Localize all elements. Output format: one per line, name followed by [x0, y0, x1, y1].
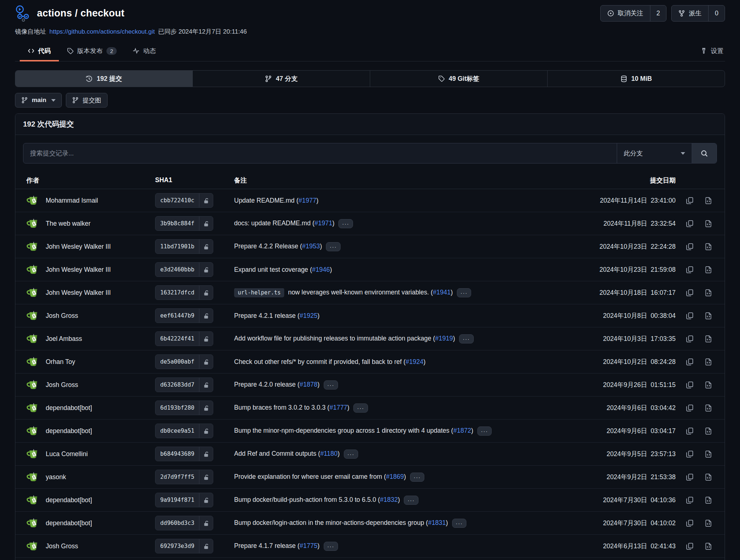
tab-code[interactable]: 代码	[20, 41, 59, 61]
stat-branches[interactable]: 47 分支	[192, 71, 370, 87]
pr-link[interactable]: #1925	[300, 312, 318, 319]
browse-source-icon[interactable]	[705, 197, 712, 204]
browse-source-icon[interactable]	[705, 427, 712, 435]
expand-commit-message-button[interactable]: ···	[452, 519, 467, 528]
branch-selector[interactable]: main	[15, 93, 62, 108]
commit-author-name[interactable]: Josh Gross	[46, 312, 78, 320]
browse-source-icon[interactable]	[705, 358, 712, 366]
copy-sha-icon[interactable]	[686, 427, 694, 435]
expand-commit-message-button[interactable]: ···	[404, 496, 418, 505]
commit-sha-badge[interactable]: e3d2460bbb	[155, 262, 213, 277]
browse-source-icon[interactable]	[705, 335, 712, 343]
commit-author-name[interactable]: Luca Comellini	[46, 450, 88, 458]
commit-sha-badge[interactable]: eef61447b9	[155, 308, 213, 323]
commit-author-name[interactable]: The web walker	[46, 220, 91, 228]
copy-sha-icon[interactable]	[686, 496, 694, 504]
pr-link[interactable]: #1869	[386, 473, 404, 480]
commit-sha-badge[interactable]: db0cee9a51	[155, 424, 213, 438]
repo-avatar-actions-logo-icon[interactable]	[15, 5, 32, 22]
copy-sha-icon[interactable]	[686, 542, 694, 550]
browse-source-icon[interactable]	[705, 289, 712, 297]
pr-link[interactable]: #1775	[300, 542, 318, 549]
branch-filter-select[interactable]: 此分支	[617, 143, 692, 163]
tab-activity[interactable]: 动态	[125, 41, 164, 61]
commit-author-name[interactable]: dependabot[bot]	[46, 427, 92, 435]
commit-sha-badge[interactable]: 692973e3d9	[155, 539, 213, 553]
browse-source-icon[interactable]	[705, 312, 712, 320]
expand-commit-message-button[interactable]: ···	[344, 450, 358, 459]
expand-commit-message-button[interactable]: ···	[324, 380, 338, 390]
copy-sha-icon[interactable]	[686, 197, 694, 204]
browse-source-icon[interactable]	[705, 243, 712, 251]
commit-author-name[interactable]: Josh Gross	[46, 542, 78, 550]
copy-sha-icon[interactable]	[686, 243, 694, 251]
commit-sha-badge[interactable]: dd960bd3c3	[155, 516, 213, 530]
copy-sha-icon[interactable]	[686, 381, 694, 389]
commit-author-name[interactable]: Orhan Toy	[46, 358, 75, 366]
copy-sha-icon[interactable]	[686, 519, 694, 527]
copy-sha-icon[interactable]	[686, 404, 694, 412]
pr-link[interactable]: #1941	[433, 289, 451, 296]
tab-settings[interactable]: 设置	[692, 41, 725, 61]
copy-sha-icon[interactable]	[686, 312, 694, 320]
commit-author-name[interactable]: dependabot[bot]	[46, 496, 92, 504]
fork-button[interactable]: 派生	[672, 5, 708, 21]
expand-commit-message-button[interactable]: ···	[477, 426, 492, 436]
commit-sha-badge[interactable]: 163217dfcd	[155, 285, 213, 300]
expand-commit-message-button[interactable]: ···	[410, 473, 425, 482]
copy-sha-icon[interactable]	[686, 358, 694, 366]
commit-author-name[interactable]: Joel Ambass	[46, 335, 82, 343]
copy-sha-icon[interactable]	[686, 266, 694, 274]
unwatch-button[interactable]: 取消关注	[601, 5, 650, 21]
pr-link[interactable]: #1919	[435, 335, 453, 342]
browse-source-icon[interactable]	[705, 381, 712, 389]
watchers-count[interactable]: 2	[650, 5, 666, 21]
commit-graph-button[interactable]: 提交图	[66, 93, 108, 108]
pr-link[interactable]: #1832	[380, 496, 398, 503]
pr-link[interactable]: #1878	[300, 381, 318, 388]
commit-sha-badge[interactable]: b684943689	[155, 447, 213, 461]
browse-source-icon[interactable]	[705, 496, 712, 504]
pr-link[interactable]: #1777	[330, 404, 348, 411]
commit-author-name[interactable]: Mohammad Ismail	[46, 197, 98, 204]
expand-commit-message-button[interactable]: ···	[457, 288, 472, 297]
commit-sha-badge[interactable]: de5a000abf	[155, 354, 213, 369]
stat-tags[interactable]: 49 Git标签	[370, 71, 547, 87]
copy-sha-icon[interactable]	[686, 473, 694, 481]
page-title[interactable]: actions / checkout	[37, 8, 124, 19]
commit-author-name[interactable]: dependabot[bot]	[46, 404, 92, 412]
pr-link[interactable]: #1953	[302, 243, 320, 250]
commit-author-name[interactable]: John Wesley Walker III	[46, 266, 111, 274]
pr-link[interactable]: #1872	[453, 427, 471, 434]
copy-sha-icon[interactable]	[686, 220, 694, 228]
expand-commit-message-button[interactable]: ···	[353, 403, 368, 413]
pr-link[interactable]: #1971	[315, 219, 333, 227]
browse-source-icon[interactable]	[705, 542, 712, 550]
commit-author-name[interactable]: dependabot[bot]	[46, 519, 92, 527]
commit-sha-badge[interactable]: cbb722410c	[155, 193, 213, 208]
browse-source-icon[interactable]	[705, 266, 712, 274]
commit-sha-badge[interactable]: 3b9b8c884f	[155, 216, 213, 231]
search-input[interactable]	[23, 143, 617, 163]
stat-size[interactable]: 10 MiB	[547, 71, 725, 87]
commit-author-name[interactable]: John Wesley Walker III	[46, 289, 111, 297]
mirror-url-link[interactable]: https://github.com/actions/checkout.git	[49, 28, 155, 35]
copy-sha-icon[interactable]	[686, 289, 694, 297]
tab-releases[interactable]: 版本发布 2	[59, 41, 125, 61]
pr-link[interactable]: #1180	[320, 450, 337, 457]
copy-sha-icon[interactable]	[686, 335, 694, 343]
expand-commit-message-button[interactable]: ···	[338, 219, 353, 228]
browse-source-icon[interactable]	[705, 519, 712, 527]
forks-count[interactable]: 0	[708, 5, 725, 21]
pr-link[interactable]: #1924	[406, 358, 424, 365]
commit-sha-badge[interactable]: 11bd71901b	[155, 239, 213, 254]
commit-sha-badge[interactable]: 2d7d9f7ff5	[155, 470, 213, 484]
commit-author-name[interactable]: Josh Gross	[46, 381, 78, 389]
commit-sha-badge[interactable]: d632683dd7	[155, 377, 213, 392]
copy-sha-icon[interactable]	[686, 450, 694, 458]
expand-commit-message-button[interactable]: ···	[326, 242, 341, 251]
commit-sha-badge[interactable]: 6b42224f41	[155, 331, 213, 346]
browse-source-icon[interactable]	[705, 220, 712, 228]
commit-author-name[interactable]: yasonk	[46, 473, 66, 481]
browse-source-icon[interactable]	[705, 404, 712, 412]
